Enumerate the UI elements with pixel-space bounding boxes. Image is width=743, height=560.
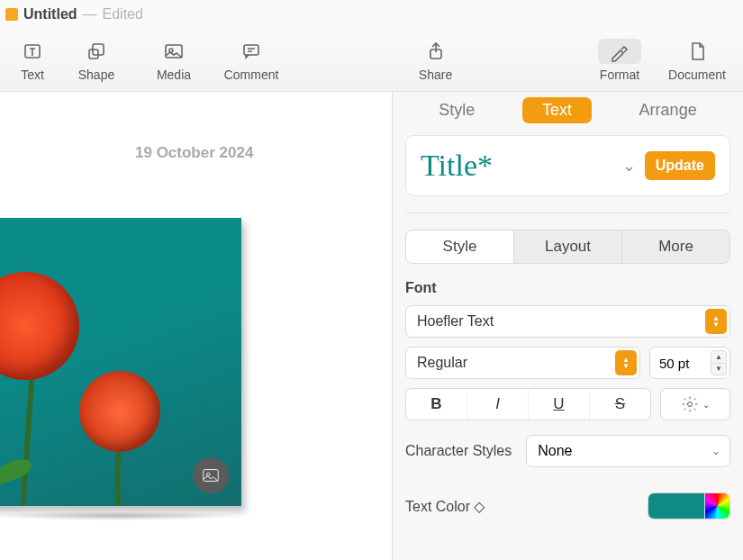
text-color-label: Text Color ◇ — [405, 498, 485, 515]
window-title: Untitled — [23, 6, 77, 23]
update-style-button[interactable]: Update — [645, 151, 715, 180]
document-icon — [5, 8, 18, 21]
format-tool-label: Format — [600, 68, 639, 82]
paragraph-style-card: Title* ⌄ Update — [405, 135, 730, 196]
advanced-options-button[interactable]: ⌄ — [660, 388, 730, 420]
subtab-layout[interactable]: Layout — [514, 230, 622, 263]
format-inspector: Style Text Arrange Title* ⌄ Update Style… — [392, 92, 743, 560]
svg-point-9 — [688, 402, 693, 407]
italic-button[interactable]: I — [467, 389, 529, 420]
font-weight-select[interactable]: Regular ▲▼ — [405, 347, 640, 379]
paragraph-style-name: Title* — [421, 149, 613, 183]
edited-status: Edited — [103, 6, 143, 23]
media-tool-label: Media — [157, 68, 191, 82]
flower-image — [0, 218, 241, 506]
chevron-down-icon: ⌄ — [711, 445, 720, 457]
character-styles-label: Character Styles — [405, 443, 512, 459]
font-size-field[interactable]: 50 pt ▲▼ — [649, 347, 730, 379]
tab-arrange[interactable]: Arrange — [620, 97, 717, 123]
font-size-stepper[interactable]: ▲▼ — [711, 350, 727, 375]
strikethrough-button[interactable]: S — [590, 389, 650, 420]
shape-tool-label: Shape — [78, 68, 114, 82]
titlebar: Untitled — Edited — [0, 0, 743, 29]
shape-tool[interactable]: Shape — [58, 39, 135, 82]
document-tool[interactable]: Document — [658, 39, 736, 82]
text-color-swatch[interactable] — [648, 493, 704, 519]
underline-button[interactable]: U — [529, 389, 590, 420]
bold-button[interactable]: B — [406, 389, 467, 420]
document-tool-label: Document — [668, 68, 726, 82]
text-color-control[interactable] — [648, 492, 730, 519]
tab-style[interactable]: Style — [419, 97, 494, 123]
subtab-style[interactable]: Style — [406, 230, 514, 263]
format-tool[interactable]: Format — [581, 39, 658, 82]
text-style-group: B I U S — [405, 388, 651, 420]
image-object[interactable] — [0, 218, 250, 515]
document-canvas[interactable]: 19 October 2024 — [0, 92, 392, 560]
color-wheel-icon[interactable] — [704, 493, 729, 519]
character-styles-value: None — [538, 443, 572, 459]
date-text[interactable]: 19 October 2024 — [135, 144, 253, 162]
svg-rect-5 — [244, 45, 258, 55]
font-weight-value: Regular — [417, 355, 467, 371]
text-tool[interactable]: Text — [7, 39, 58, 82]
comment-tool-label: Comment — [224, 68, 279, 82]
stepper-icon: ▲▼ — [705, 309, 727, 334]
share-tool[interactable]: Share — [397, 39, 475, 82]
text-subtabs: Style Layout More — [405, 230, 730, 264]
stepper-icon: ▲▼ — [615, 350, 637, 375]
toolbar: Text Shape Media Comment Share Format Do… — [0, 29, 743, 92]
subtab-more[interactable]: More — [622, 230, 729, 263]
media-tool[interactable]: Media — [135, 39, 213, 82]
image-placeholder-icon[interactable] — [193, 457, 229, 493]
font-size-value: 50 pt — [659, 356, 689, 371]
svg-point-8 — [206, 473, 210, 476]
character-styles-select[interactable]: None ⌄ — [526, 435, 730, 467]
share-tool-label: Share — [419, 68, 452, 82]
font-heading: Font — [405, 280, 730, 296]
chevron-down-icon[interactable]: ⌄ — [622, 156, 636, 176]
comment-tool[interactable]: Comment — [213, 39, 290, 82]
chevron-down-icon: ⌄ — [702, 400, 710, 410]
tab-text[interactable]: Text — [522, 97, 592, 123]
font-family-value: Hoefler Text — [417, 313, 494, 330]
title-separator: — — [83, 6, 97, 23]
text-tool-label: Text — [21, 68, 44, 82]
font-family-select[interactable]: Hoefler Text ▲▼ — [405, 305, 730, 338]
